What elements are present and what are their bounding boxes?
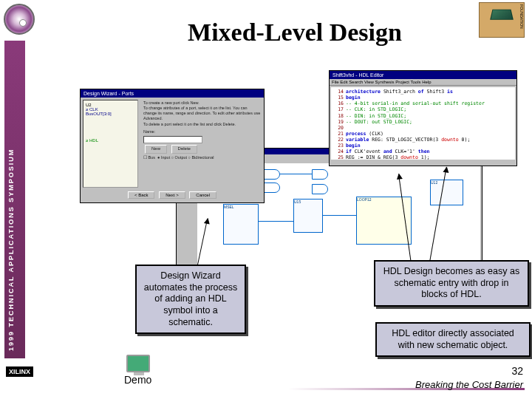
demo-label: Demo — [124, 374, 151, 386]
hdl-source: architecture Shift3_arch of Shift3 is be… — [346, 89, 514, 158]
wizard-preview-pane: U2 ≥ CLK BusOUT[3:0] ≥ HDL — [83, 100, 138, 188]
wizard-form: To create a new port click New. To chang… — [140, 98, 264, 190]
cd-icon — [0, 0, 55, 41]
sidebar-vertical-text: 1999 TECHNICAL APPLICATIONS SYMPOSIUM — [7, 48, 15, 351]
wizard-next-button[interactable]: Next > — [159, 191, 185, 199]
callout-hdl-design: HDL Design becomes as easy as schematic … — [374, 260, 529, 307]
wizard-name-input[interactable] — [143, 136, 202, 143]
xilinx-logo: XILINX — [6, 366, 33, 377]
foundation-badge: FOUNDATION — [479, 2, 525, 38]
wizard-titlebar: Design Wizard - Ports — [81, 89, 264, 98]
wizard-delete-button[interactable]: Delete — [171, 145, 197, 154]
slide-title: Mixed-Level Design — [58, 18, 532, 47]
sidebar-band: 1999 TECHNICAL APPLICATIONS SYMPOSIUM — [4, 41, 25, 358]
wizard-cancel-button[interactable]: Cancel — [189, 191, 216, 199]
chip-icon — [490, 10, 514, 20]
screenshots-area: Design Wizard - Ports U2 ≥ CLK BusOUT[3:… — [80, 70, 517, 262]
hdl-code-area[interactable]: 141516 171819 202122 232425 architecture… — [331, 87, 515, 160]
wizard-back-button[interactable]: < Back — [128, 191, 155, 199]
hdl-line-numbers: 141516 171819 202122 232425 — [332, 89, 346, 158]
hdl-menubar[interactable]: File Edit Search View Synthesis Project … — [330, 79, 516, 86]
footer-tagline: Breaking the Cost Barrier — [415, 379, 523, 390]
page-number: 32 — [511, 365, 523, 377]
main-content: FOUNDATION Mixed-Level Design Design Wiz… — [58, 0, 532, 399]
callout-wizard: Design Wizard automates the process of a… — [135, 265, 246, 334]
hdl-editor-window: Shift3vhd - HDL Editor File Edit Search … — [329, 70, 517, 166]
hdl-titlebar: Shift3vhd - HDL Editor — [330, 71, 516, 79]
wizard-new-button[interactable]: New — [145, 145, 167, 154]
sidebar: 1999 TECHNICAL APPLICATIONS SYMPOSIUM XI… — [0, 0, 55, 399]
demo-icon[interactable]: Demo — [124, 355, 151, 386]
monitor-icon — [126, 355, 150, 372]
design-wizard-window: Design Wizard - Ports U2 ≥ CLK BusOUT[3:… — [80, 89, 265, 203]
callout-hdl-editor: HDL editor directly associated with new … — [375, 322, 531, 357]
